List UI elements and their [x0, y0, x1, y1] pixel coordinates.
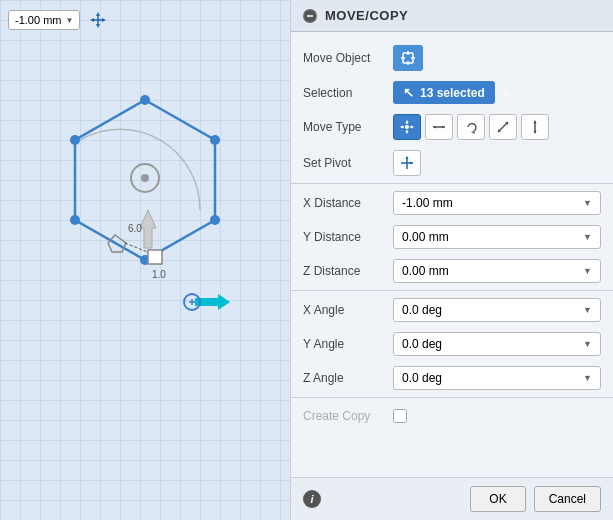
- svg-marker-53: [406, 156, 409, 159]
- move-type-row: Move Type: [291, 109, 613, 145]
- svg-marker-54: [410, 162, 413, 165]
- z-angle-value: 0.0 deg: [402, 371, 442, 385]
- x-angle-dropdown-arrow: ▼: [583, 305, 592, 315]
- y-angle-control: 0.0 deg ▼: [393, 332, 601, 356]
- move-type-control: [393, 114, 601, 140]
- x-angle-input[interactable]: 0.0 deg ▼: [393, 298, 601, 322]
- y-angle-value: 0.0 deg: [402, 337, 442, 351]
- y-distance-input[interactable]: 0.00 mm ▼: [393, 225, 601, 249]
- separator-1: [291, 183, 613, 184]
- panel-header: MOVE/COPY: [291, 0, 613, 32]
- panel-header-icon: [303, 9, 317, 23]
- y-angle-input[interactable]: 0.0 deg ▼: [393, 332, 601, 356]
- move-object-button[interactable]: [393, 45, 423, 71]
- create-copy-control: [393, 409, 601, 423]
- move-object-icon: [400, 50, 416, 66]
- move-type-axis-button[interactable]: [425, 114, 453, 140]
- x-angle-label: X Angle: [303, 303, 393, 317]
- move-type-label: Move Type: [303, 120, 393, 134]
- z-angle-row: Z Angle 0.0 deg ▼: [291, 361, 613, 395]
- z-angle-control: 0.0 deg ▼: [393, 366, 601, 390]
- svg-point-7: [140, 95, 150, 105]
- translate-icon: [400, 120, 414, 134]
- svg-marker-5: [102, 18, 106, 22]
- z-angle-dropdown-arrow: ▼: [583, 373, 592, 383]
- panel-footer: i OK Cancel: [291, 477, 613, 520]
- top-toolbar: -1.00 mm ▼: [8, 8, 110, 32]
- dropdown-arrow-icon: ▼: [65, 16, 73, 25]
- x-distance-input[interactable]: -1.00 mm ▼: [393, 191, 601, 215]
- canvas-viewport: -1.00 mm ▼: [0, 0, 290, 520]
- svg-text:1.0: 1.0: [152, 269, 166, 280]
- svg-text:6.0: 6.0: [128, 223, 142, 234]
- cursor-icon: ↖: [403, 85, 414, 100]
- create-copy-label: Create Copy: [303, 409, 393, 423]
- svg-point-9: [210, 215, 220, 225]
- x-angle-value: 0.0 deg: [402, 303, 442, 317]
- svg-marker-36: [406, 131, 409, 134]
- svg-marker-40: [411, 126, 414, 129]
- z-distance-label: Z Distance: [303, 264, 393, 278]
- create-copy-row: Create Copy: [291, 400, 613, 432]
- move-axes-icon: [88, 10, 108, 30]
- svg-marker-38: [400, 126, 403, 129]
- scale-icon: [496, 120, 510, 134]
- selection-close-button[interactable]: ×: [503, 85, 511, 101]
- move-type-translate-button[interactable]: [393, 114, 421, 140]
- svg-marker-50: [534, 131, 537, 135]
- create-copy-checkbox-area: [393, 409, 407, 423]
- info-button[interactable]: i: [303, 490, 321, 508]
- other-move-icon: [528, 120, 542, 134]
- footer-buttons: OK Cancel: [470, 486, 601, 512]
- move-copy-panel: MOVE/COPY Move Object Selection: [290, 0, 613, 520]
- move-object-control: [393, 45, 601, 71]
- selection-badge[interactable]: ↖ 13 selected: [393, 81, 495, 104]
- x-distance-value: -1.00 mm: [402, 196, 453, 210]
- z-angle-label: Z Angle: [303, 371, 393, 385]
- move-type-group: [393, 114, 549, 140]
- z-distance-row: Z Distance 0.00 mm ▼: [291, 254, 613, 288]
- set-pivot-label: Set Pivot: [303, 156, 393, 170]
- y-angle-label: Y Angle: [303, 337, 393, 351]
- move-icon-button[interactable]: [86, 8, 110, 32]
- distance-dropdown[interactable]: -1.00 mm ▼: [8, 10, 80, 30]
- svg-rect-18: [148, 250, 162, 264]
- svg-point-11: [70, 215, 80, 225]
- panel-body: Move Object Selection ↖: [291, 32, 613, 477]
- svg-point-32: [405, 125, 409, 129]
- move-object-label: Move Object: [303, 51, 393, 65]
- move-type-scale-button[interactable]: [489, 114, 517, 140]
- svg-point-8: [210, 135, 220, 145]
- move-type-rotate-button[interactable]: [457, 114, 485, 140]
- selection-control: ↖ 13 selected ×: [393, 81, 601, 104]
- set-pivot-button[interactable]: [393, 150, 421, 176]
- y-angle-row: Y Angle 0.0 deg ▼: [291, 327, 613, 361]
- ok-button[interactable]: OK: [470, 486, 525, 512]
- svg-point-12: [70, 135, 80, 145]
- canvas-svg: 6.0 1.0: [0, 0, 290, 520]
- svg-marker-16: [140, 210, 156, 248]
- y-distance-control: 0.00 mm ▼: [393, 225, 601, 249]
- z-distance-value: 0.00 mm: [402, 264, 449, 278]
- move-type-other-button[interactable]: [521, 114, 549, 140]
- x-angle-row: X Angle 0.0 deg ▼: [291, 293, 613, 327]
- z-distance-input[interactable]: 0.00 mm ▼: [393, 259, 601, 283]
- svg-marker-3: [96, 24, 100, 28]
- selection-row: Selection ↖ 13 selected ×: [291, 76, 613, 109]
- svg-marker-4: [90, 18, 94, 22]
- z-distance-dropdown-arrow: ▼: [583, 266, 592, 276]
- x-distance-row: X Distance -1.00 mm ▼: [291, 186, 613, 220]
- panel-title: MOVE/COPY: [325, 8, 408, 23]
- x-distance-dropdown-arrow: ▼: [583, 198, 592, 208]
- svg-marker-2: [96, 12, 100, 16]
- y-angle-dropdown-arrow: ▼: [583, 339, 592, 349]
- set-pivot-control: [393, 150, 601, 176]
- svg-marker-42: [442, 126, 445, 129]
- svg-marker-34: [406, 120, 409, 123]
- cancel-button[interactable]: Cancel: [534, 486, 601, 512]
- separator-3: [291, 397, 613, 398]
- svg-point-14: [141, 174, 149, 182]
- create-copy-checkbox[interactable]: [393, 409, 407, 423]
- svg-marker-43: [433, 126, 436, 129]
- z-angle-input[interactable]: 0.0 deg ▼: [393, 366, 601, 390]
